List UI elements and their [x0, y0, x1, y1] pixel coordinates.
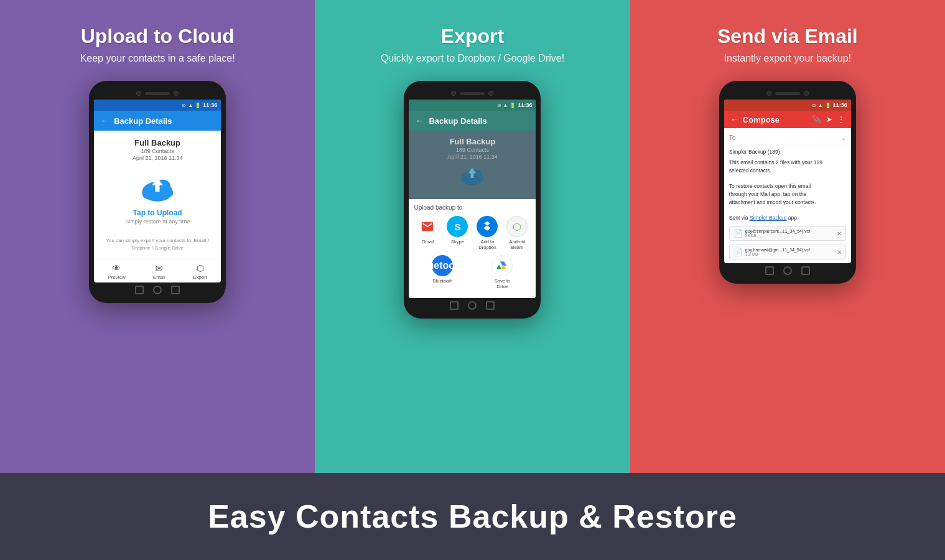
bluetooth-icon: Bluetooth; [432, 255, 453, 276]
wifi-icon: ⊙ [182, 103, 186, 108]
signal-icon: ▲ [188, 103, 193, 108]
speaker-icon-mid [460, 92, 485, 95]
phone-bottom-bar-mid [409, 298, 536, 311]
attachment-2-close[interactable]: ✕ [837, 249, 842, 256]
androidbeam-label: Android Beam [503, 239, 531, 250]
panel-middle-subtitle: Quickly export to Dropbox / Google Drive… [381, 52, 564, 65]
status-bar-left: ⊙ ▲ 🔋 11:36 [94, 100, 221, 111]
app-bar-title-left: Backup Details [114, 116, 172, 126]
signal-icon-mid: ▲ [503, 103, 508, 108]
cloud-icon-mid [457, 162, 488, 187]
menu-btn-mid[interactable] [486, 301, 495, 310]
back-btn-left[interactable] [135, 286, 144, 294]
file-icon-2: 📄 [733, 248, 743, 256]
phone-middle-screen: ⊙ ▲ 🔋 11:36 ← Backup Details Full Backup [409, 100, 536, 298]
speaker-icon [145, 92, 170, 95]
back-arrow-right[interactable]: ← [730, 114, 739, 124]
camera-icon-right-2 [804, 91, 809, 96]
attach-icon[interactable]: 📎 [812, 115, 821, 124]
to-row: To ⌄ [729, 132, 846, 144]
restore-label: Simply restore at any time [125, 218, 190, 225]
skype-icon: S [447, 216, 468, 237]
tap-upload-label[interactable]: Tap to Upload [133, 208, 182, 217]
back-arrow-left[interactable]: ← [100, 116, 109, 126]
expand-icon[interactable]: ⌄ [841, 134, 846, 141]
home-btn-right[interactable] [783, 266, 792, 275]
back-btn-mid[interactable] [450, 301, 459, 310]
attachment-2: 📄 guy.hamawi@gm...11_34_54).vcf 1.2 MB ✕ [729, 245, 846, 259]
app-bar-title-mid: Backup Details [429, 116, 486, 126]
back-btn-right[interactable] [765, 266, 774, 275]
backup-date-mid: April 21, 2016 11:34 [447, 154, 498, 160]
email-screen: To ⌄ Simpler Backup (189) This email con… [724, 128, 851, 263]
app-bar-left: ← Backup Details [94, 111, 221, 131]
email-body-line2: selected contacts. [729, 167, 846, 175]
nav-email[interactable]: ✉ Email [153, 263, 165, 280]
menu-btn-left[interactable] [171, 286, 180, 294]
gmail-label: Gmail [422, 239, 434, 245]
nav-export[interactable]: ⬡ Export [193, 263, 207, 280]
email-subject: Simpler Backup (189) [729, 148, 846, 156]
attachment-2-info: 📄 guy.hamawi@gm...11_34_54).vcf 1.2 MB [733, 248, 810, 256]
email-body-line4: To restore contacts open this email [729, 182, 846, 190]
menu-btn-right[interactable] [801, 266, 810, 275]
phone-left: ⊙ ▲ 🔋 11:36 ← Backup Details Full Backup [89, 81, 226, 302]
share-bluetooth[interactable]: Bluetooth; Bluetooth [429, 255, 457, 289]
contacts-count-mid: 189 Contacts [456, 147, 489, 153]
battery-icon: 🔋 [195, 103, 201, 108]
share-gmail[interactable]: Gmail [414, 216, 442, 250]
nav-email-label: Email [153, 274, 165, 280]
share-sheet: Upload backup to Gmail [409, 199, 536, 298]
cloud-upload-icon [136, 170, 179, 205]
app-text: app [786, 215, 797, 221]
cloud-icon-container[interactable] [136, 170, 179, 205]
email-body-line1: This email contains 2 files with your 18… [729, 159, 846, 167]
footer-bar: Easy Contacts Backup & Restore [0, 473, 945, 560]
share-drive[interactable]: Save to Drive [488, 255, 516, 289]
backup-date-left: April 21, 2016 11:34 [133, 155, 183, 161]
preview-icon: 👁 [112, 263, 121, 273]
footer-text: Easy Contacts Backup & Restore [208, 498, 737, 535]
file-icon-1: 📄 [733, 229, 743, 238]
share-dropbox[interactable]: Add to Dropbox [473, 216, 501, 250]
backup-type-mid: Full Backup [450, 137, 496, 146]
email-body: Simpler Backup (189) This email contains… [729, 148, 846, 222]
screen-content-left: Full Backup 189 Contacts April 21, 2016 … [94, 131, 221, 258]
attachment-1-details: guy@simplercont...11_34_54).vcf 58 KB [745, 229, 810, 238]
battery-icon-right: 🔋 [825, 103, 831, 108]
attachment-2-details: guy.hamawi@gm...11_34_54).vcf 1.2 MB [745, 248, 810, 256]
signal-icon-right: ▲ [818, 103, 823, 108]
sent-via-text: Sent via [729, 215, 750, 221]
phone-middle-top-bar [409, 88, 536, 100]
camera-icon-right [766, 91, 771, 96]
battery-icon-mid: 🔋 [510, 103, 516, 108]
share-skype[interactable]: S Skype [444, 216, 472, 250]
status-time-left: 11:36 [203, 102, 217, 108]
wifi-icon-mid: ⊙ [497, 103, 501, 108]
status-icons-mid: ⊙ ▲ 🔋 11:36 [497, 102, 533, 108]
send-icon[interactable]: ➤ [826, 115, 832, 124]
compose-icons: 📎 ➤ ⋮ [812, 115, 845, 124]
share-row-1: Gmail S Skype [412, 216, 532, 250]
more-icon[interactable]: ⋮ [837, 115, 845, 124]
export-note: You can simply export your contacts to: … [100, 237, 215, 251]
share-androidbeam[interactable]: ⬡ Android Beam [503, 216, 531, 250]
attachment-1: 📄 guy@simplercont...11_34_54).vcf 58 KB … [729, 226, 846, 241]
attachment-2-size: 1.2 MB [745, 252, 810, 256]
simpler-backup-link[interactable]: Simpler Backup [750, 215, 787, 221]
panels-row: Upload to Cloud Keep your contacts in a … [0, 0, 945, 473]
panel-right: Send via Email Instantly export your bac… [630, 0, 945, 473]
home-btn-mid[interactable] [468, 301, 477, 310]
home-btn-left[interactable] [153, 286, 162, 294]
email-icon: ✉ [156, 263, 163, 273]
attachment-1-name: guy@simplercont...11_34_54).vcf [745, 229, 810, 233]
phone-right-top-bar [724, 88, 851, 100]
email-body-line6: attachment and import your contacts. [729, 198, 846, 207]
main-container: Upload to Cloud Keep your contacts in a … [0, 0, 945, 560]
back-arrow-mid[interactable]: ← [415, 116, 424, 126]
nav-preview[interactable]: 👁 Preview [108, 263, 125, 280]
status-bar-right: ⊙ ▲ 🔋 11:36 [724, 100, 851, 111]
attachment-1-close[interactable]: ✕ [837, 230, 842, 237]
contacts-count-left: 189 Contacts [141, 148, 174, 154]
backup-type-left: Full Backup [134, 138, 180, 147]
